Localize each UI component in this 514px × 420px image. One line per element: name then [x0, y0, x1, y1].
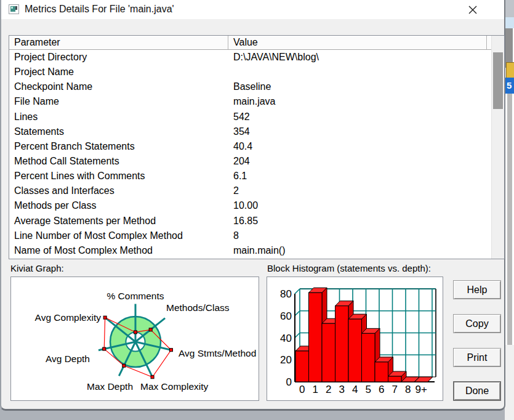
table-row[interactable]: Statements354	[9, 124, 492, 139]
metrics-table: Parameter Value Project DirectoryD:\JAVA…	[9, 35, 505, 259]
table-row[interactable]: Method Call Statements204	[9, 154, 492, 169]
svg-text:9+: 9+	[416, 384, 427, 395]
window-title: Metrics Details For File 'main.java'	[25, 4, 174, 15]
parameter-cell: Percent Branch Statements	[9, 141, 228, 152]
background-toolbar-fragment	[505, 0, 514, 17]
table-row[interactable]: Project DirectoryD:\JAVA\NEW\blog\	[9, 50, 492, 65]
table-row[interactable]: File Namemain.java	[9, 94, 492, 109]
table-scrollbar-thumb[interactable]	[493, 52, 503, 109]
column-header-value[interactable]: Value	[228, 36, 487, 50]
table-scrollbar[interactable]	[491, 36, 504, 259]
print-button[interactable]: Print	[453, 348, 501, 367]
background-band	[505, 17, 514, 28]
svg-text:6: 6	[379, 384, 384, 395]
svg-text:7: 7	[392, 384, 398, 395]
background-panel-fragment	[505, 345, 514, 420]
value-cell: 542	[228, 111, 492, 123]
copy-button[interactable]: Copy	[453, 314, 501, 333]
svg-text:4: 4	[352, 384, 358, 395]
background-selected-item: 5	[505, 78, 514, 94]
table-row[interactable]: Classes and Interfaces2	[9, 184, 492, 198]
block-histogram-panel: 0204060800123456789+	[267, 277, 443, 401]
svg-text:Avg Stmts/Method: Avg Stmts/Method	[179, 348, 256, 358]
titlebar[interactable]: Metrics Details For File 'main.java'	[1, 0, 504, 19]
svg-text:Max Complexity: Max Complexity	[140, 381, 208, 392]
app-icon	[9, 4, 19, 14]
svg-text:1: 1	[313, 384, 318, 395]
svg-text:40: 40	[280, 333, 292, 344]
value-cell: Baseline	[228, 81, 492, 92]
close-button[interactable]	[465, 2, 481, 17]
kiviat-radar-chart: % CommentsMethods/ClassAvg Stmts/MethodM…	[11, 277, 259, 400]
value-cell: 8	[228, 230, 492, 241]
value-cell: D:\JAVA\NEW\blog\	[228, 52, 492, 63]
parameter-cell: Project Name	[9, 67, 228, 78]
svg-text:3: 3	[339, 384, 345, 395]
svg-text:Avg Complexity: Avg Complexity	[35, 312, 102, 323]
value-cell: 10.00	[228, 200, 492, 211]
parameter-cell: Method Call Statements	[9, 156, 228, 167]
table-row[interactable]: Percent Branch Statements40.4	[9, 139, 492, 154]
background-file-icon	[506, 62, 514, 78]
done-button[interactable]: Done	[453, 381, 501, 401]
parameter-cell: File Name	[9, 96, 228, 107]
svg-text:20: 20	[280, 354, 292, 366]
value-cell: 354	[228, 126, 492, 137]
svg-text:5: 5	[366, 384, 371, 395]
svg-text:0: 0	[299, 384, 305, 395]
table-row[interactable]: Checkpoint NameBaseline	[9, 79, 492, 94]
table-row[interactable]: Percent Lines with Comments6.1	[9, 169, 492, 184]
value-cell: 16.85	[228, 216, 492, 227]
svg-text:Avg Depth: Avg Depth	[46, 353, 90, 364]
svg-text:Methods/Class: Methods/Class	[166, 302, 230, 313]
kiviat-graph-panel: % CommentsMethods/ClassAvg Stmts/MethodM…	[10, 277, 259, 401]
table-row[interactable]: Average Statements per Method16.85	[9, 214, 492, 228]
svg-text:0: 0	[286, 376, 292, 388]
metrics-details-dialog: Metrics Details For File 'main.java' Par…	[0, 0, 505, 411]
table-row[interactable]: Line Number of Most Complex Method8	[9, 228, 492, 243]
svg-text:% Comments: % Comments	[106, 291, 164, 301]
svg-text:Max Depth: Max Depth	[87, 381, 133, 392]
block-histogram-label: Block Histogram (statements vs. depth):	[267, 263, 431, 273]
table-rows: Project DirectoryD:\JAVA\NEW\blog\Projec…	[9, 50, 492, 259]
value-cell: 40.4	[228, 141, 492, 152]
value-cell: 2	[228, 185, 492, 196]
background-window-strip: 5	[505, 0, 514, 420]
close-icon	[468, 5, 478, 15]
kiviat-graph-label: Kiviat Graph:	[10, 263, 64, 273]
parameter-cell: Classes and Interfaces	[9, 185, 228, 196]
svg-text:80: 80	[280, 288, 292, 300]
table-row[interactable]: Name of Most Complex Methodmain.main()	[9, 243, 492, 258]
parameter-cell: Line Number of Most Complex Method	[9, 230, 228, 241]
table-row[interactable]: Project Name	[9, 65, 492, 79]
svg-text:8: 8	[405, 384, 411, 395]
value-cell: main.java	[228, 96, 492, 107]
parameter-cell: Name of Most Complex Method	[9, 245, 228, 256]
screen: 5 Metrics Details For File 'main.java' P…	[0, 0, 514, 420]
parameter-cell: Statements	[9, 126, 228, 137]
svg-text:2: 2	[326, 384, 331, 395]
help-button[interactable]: Help	[453, 280, 501, 299]
svg-text:60: 60	[280, 310, 292, 322]
table-row[interactable]: Lines542	[9, 110, 492, 124]
block-histogram-chart: 0204060800123456789+	[267, 277, 443, 400]
parameter-cell: Methods per Class	[9, 200, 228, 211]
parameter-cell: Lines	[9, 111, 228, 123]
parameter-cell: Checkpoint Name	[9, 81, 228, 92]
parameter-cell: Project Directory	[9, 52, 228, 63]
column-header-parameter[interactable]: Parameter	[9, 36, 228, 50]
table-row[interactable]: Methods per Class10.00	[9, 198, 492, 213]
background-scrollbar-track	[507, 94, 512, 346]
value-cell: 6.1	[228, 171, 492, 182]
table-header-row: Parameter Value	[9, 36, 492, 50]
parameter-cell: Average Statements per Method	[9, 216, 228, 227]
value-cell: 204	[228, 156, 492, 167]
parameter-cell: Percent Lines with Comments	[9, 171, 228, 182]
value-cell: main.main()	[228, 245, 492, 256]
